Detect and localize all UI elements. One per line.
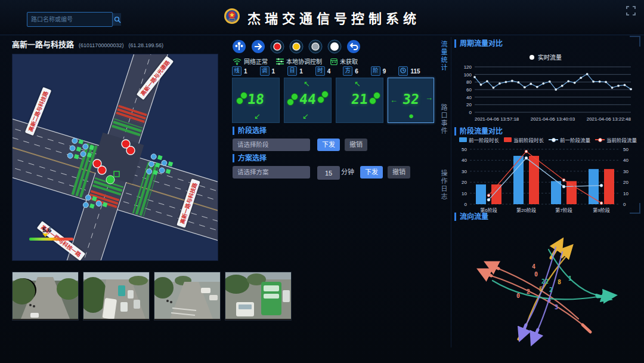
white-lamp-icon[interactable] <box>327 39 342 54</box>
legend-item-line[interactable]: 当前阶段流量 <box>595 136 637 143</box>
plan-minutes-input[interactable] <box>317 166 340 180</box>
legend-bar-swatch <box>459 137 467 142</box>
yellow-lamp-icon[interactable] <box>289 39 304 54</box>
step-forward-icon[interactable] <box>251 39 265 54</box>
counter-badge-7: 115 <box>398 66 420 76</box>
direction-flow-diagram: 402281252043 <box>454 222 637 355</box>
phase-box-3[interactable]: ↖ 21 <box>336 78 383 123</box>
plan-minutes-label: 分钟 <box>341 166 354 179</box>
flow-curves <box>482 242 612 341</box>
phase-box-1[interactable]: 18 ↙ <box>232 78 280 123</box>
stage-cancel-button[interactable]: 撤销 <box>345 139 367 151</box>
legend-item-bar[interactable]: 前一阶段时长 <box>459 136 499 143</box>
svg-text:40: 40 <box>462 158 467 163</box>
svg-text:2: 2 <box>527 288 530 295</box>
counter-badge-2: 调1 <box>260 66 275 76</box>
side-tab-2[interactable]: 路口事件 <box>439 104 451 135</box>
camera-thumbnail-2[interactable] <box>83 272 150 321</box>
control-mode-label: 本地协调控制 <box>286 57 322 66</box>
svg-text:第7阶段: 第7阶段 <box>555 207 572 213</box>
legend-line-swatch <box>549 139 558 140</box>
svg-text:8: 8 <box>558 279 561 285</box>
signal-toolbar <box>232 39 361 54</box>
stage-select[interactable]: 请选择阶段 <box>233 139 310 151</box>
cycle-flow-line-chart: 0204060801001202021-04-06 13:57:182021-0… <box>454 62 637 125</box>
legend-line-swatch <box>595 139 605 140</box>
legend-bar-swatch <box>504 137 512 142</box>
schedule-status: 未获取 <box>330 57 358 66</box>
svg-text:2021-04-06 13:22:48: 2021-04-06 13:22:48 <box>587 116 631 122</box>
svg-text:60: 60 <box>466 87 472 93</box>
svg-text:0: 0 <box>469 110 472 115</box>
stage-send-button[interactable]: 下发 <box>317 139 340 151</box>
counter-badge-3: 日1 <box>287 66 303 76</box>
svg-text:120: 120 <box>464 64 472 70</box>
counter-badge-5: 方6 <box>343 66 358 76</box>
red-lamp-icon[interactable] <box>270 39 284 54</box>
intersection-ip: (61.28.199.56) <box>128 42 163 48</box>
plan-send-button[interactable]: 下发 <box>360 166 383 179</box>
schedule-status-label: 未获取 <box>340 57 358 66</box>
counter-icon-方: 方 <box>343 66 352 76</box>
search-input[interactable] <box>27 16 113 23</box>
fullscreen-icon[interactable] <box>626 6 636 16</box>
plan-cancel-button[interactable]: 撤销 <box>388 166 410 179</box>
legend-item-bar[interactable]: 当前阶段时长 <box>504 136 544 143</box>
congestion-gauge: 5.6 <box>29 226 76 241</box>
counter-icon-调: 调 <box>260 66 270 76</box>
control-mode-status: 本地协调控制 <box>276 57 322 66</box>
legend-item-line[interactable]: 前一阶段流量 <box>549 136 590 143</box>
phase-arrow-nw-icon: ↖ <box>354 80 361 88</box>
stage-flow-bar-chart: 0010102020303040405050第6阶段第20阶段第7阶段第9阶段 <box>454 144 637 217</box>
legend-realtime-flow: 实时流量 <box>538 53 562 61</box>
police-badge-logo <box>224 8 240 27</box>
stage-flow-legend: 前一阶段时长当前阶段时长前一阶段流量当前阶段流量 <box>457 136 639 143</box>
legend-label: 当前阶段流量 <box>606 136 637 143</box>
search-icon[interactable] <box>113 13 121 26</box>
svg-text:10: 10 <box>623 191 628 196</box>
counter-value: 6 <box>355 68 358 75</box>
undo-icon[interactable] <box>346 39 361 54</box>
app-root: 杰瑞交通信号控制系统 高新一路与科技路 (61011700000032) (61… <box>0 0 644 363</box>
camera-thumbnail-4[interactable] <box>225 272 292 321</box>
phase-countdown: 21 <box>336 91 384 107</box>
intersection-code: (61011700000032) <box>79 42 123 48</box>
phase-countdown: 18 <box>232 91 280 107</box>
phase-box-4-selected[interactable]: ← → 32 ● <box>388 78 434 123</box>
svg-text:第20阶段: 第20阶段 <box>516 207 536 213</box>
signal-pole-icon[interactable] <box>232 39 246 54</box>
phase-countdown: 32 <box>388 91 435 107</box>
lamp-off-icon[interactable] <box>308 39 323 54</box>
clock-icon <box>398 66 408 76</box>
intersection-map[interactable]: 高新二路与科技路 高新一路与光德路 高新一路与科技路 高新一路与科技一路 5.6 <box>12 54 218 261</box>
legend-label: 前一阶段流量 <box>560 136 590 143</box>
svg-text:2021-04-06 13:57:18: 2021-04-06 13:57:18 <box>475 116 519 122</box>
svg-text:3: 3 <box>555 304 558 310</box>
svg-text:0: 0 <box>465 202 467 207</box>
side-tab-3[interactable]: 操作日志 <box>439 170 451 201</box>
gauge-marker-icon <box>42 233 48 237</box>
plan-select[interactable]: 请选择方案 <box>233 166 310 179</box>
camera-thumbnail-3[interactable] <box>154 272 221 321</box>
intersection-name: 高新一路与科技路 <box>12 38 74 50</box>
svg-text:22: 22 <box>541 278 549 285</box>
svg-text:10: 10 <box>462 191 467 196</box>
stage-section-title: 阶段选择 <box>233 127 267 135</box>
counter-value: 9 <box>383 68 386 75</box>
camera-thumbnail-1[interactable] <box>12 272 79 321</box>
svg-text:80: 80 <box>466 79 472 85</box>
phase-arrow-sw-icon: ↙ <box>254 112 261 120</box>
svg-text:4: 4 <box>547 297 551 303</box>
network-status-label: 网络正常 <box>244 57 268 66</box>
top-bar: 杰瑞交通信号控制系统 <box>0 0 644 35</box>
svg-text:20: 20 <box>623 180 628 185</box>
side-tab-1[interactable]: 流量统计 <box>439 41 451 72</box>
svg-text:20: 20 <box>462 180 467 185</box>
counter-row: 线1调1日1时4方6阶9115 <box>232 66 420 76</box>
svg-text:0: 0 <box>534 271 538 278</box>
phase-box-2[interactable]: ↖ 44 ↙ <box>284 78 332 123</box>
counter-icon-日: 日 <box>287 66 297 76</box>
network-status: 网络正常 <box>233 57 268 66</box>
phase-countdown: 44 <box>284 91 332 107</box>
decor-corner-top <box>630 36 640 47</box>
